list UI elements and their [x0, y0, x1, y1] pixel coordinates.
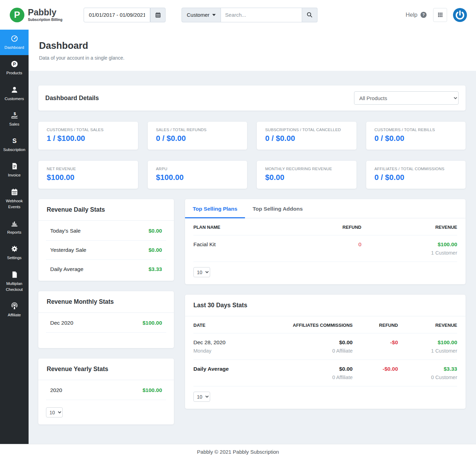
stat-label: NET REVENUE	[47, 167, 130, 171]
sidebar-item-multiplan-checkout[interactable]: Multiplan Checkout	[0, 266, 29, 297]
sidebar-item-label: Sales	[9, 121, 20, 127]
sidebar-item-sales[interactable]: $ Sales	[0, 106, 29, 132]
row-value: $0.00	[148, 228, 162, 234]
row-value: $3.33	[148, 266, 162, 272]
sidebar-item-subscription[interactable]: S Subscription	[0, 132, 29, 157]
daily-stats-row: Yesterday Sale $0.00	[46, 241, 166, 260]
sidebar-item-label: Multiplan Checkout	[2, 281, 27, 293]
apps-grid-button[interactable]	[433, 8, 447, 22]
sidebar-item-label: Webhook Events	[2, 198, 27, 210]
table-header-row: DATE AFFILIATES COMMISSIONS REFUND REVEN…	[193, 316, 457, 333]
last-30-days-page-size-select[interactable]: 10	[193, 392, 210, 402]
pabbly-logo-icon: P	[10, 8, 24, 22]
sidebar-item-products[interactable]: P Products	[0, 55, 29, 81]
col-header-plan-name: PLAN NAME	[193, 225, 304, 230]
sidebar-item-label: Subscription	[3, 147, 25, 153]
products-icon: P	[10, 60, 18, 68]
stat-value: 0 / $0.00	[375, 134, 458, 143]
commissions-affiliates: 0 Affiliate	[248, 348, 353, 354]
brand-logo[interactable]: P Pabbly Subscription Billing	[10, 8, 84, 22]
revenue-cell: $3.33 0 Customer	[398, 366, 457, 380]
date-value: Dec 28, 2020	[193, 339, 248, 346]
dashboard-details-card: Dashboard Details All Products	[38, 85, 466, 111]
row-label: 2020	[50, 387, 62, 393]
top-selling-page-size-select[interactable]: 10	[193, 267, 210, 277]
sidebar-item-settings[interactable]: Settings	[0, 240, 29, 265]
calendar-button[interactable]	[150, 8, 166, 22]
top-navbar: P Pabbly Subscription Billing Customer	[0, 0, 476, 30]
customers-icon	[10, 86, 18, 94]
invoice-icon	[10, 162, 18, 170]
stat-label: MONTHLY RECURRING REVENUE	[265, 167, 348, 171]
commissions-cell: $0.00 0 Affiliate	[248, 366, 353, 380]
sidebar-item-label: Customers	[5, 96, 24, 102]
date-value: Daily Average	[193, 366, 248, 372]
revenue-cell: $100.00 1 Customer	[398, 339, 457, 354]
page-header: Dashboard Data of your account in a sing…	[29, 30, 476, 71]
top-selling-card: Top Selling Plans Top Selling Addons PLA…	[185, 199, 466, 284]
stat-value: $100.00	[47, 173, 130, 182]
stat-value: 0 / $0.00	[375, 173, 458, 182]
stat-card-customers-total-rebills: CUSTOMERS / TOTAL REBILLS 0 / $0.00	[366, 122, 466, 150]
daily-stats-row: Today's Sale $0.00	[46, 221, 166, 241]
yearly-page-size-select[interactable]: 10	[46, 407, 63, 417]
stat-card-monthly-recurring-revenue: MONTHLY RECURRING REVENUE $0.00	[257, 161, 356, 189]
row-label: Today's Sale	[50, 228, 80, 234]
calendar-icon	[155, 12, 161, 18]
tab-top-selling-plans[interactable]: Top Selling Plans	[185, 199, 245, 218]
svg-text:P: P	[13, 62, 16, 67]
multiplan-checkout-icon	[10, 271, 18, 279]
settings-icon	[10, 245, 18, 253]
reports-icon	[10, 219, 18, 227]
sidebar-item-invoice[interactable]: Invoice	[0, 157, 29, 183]
sidebar-item-label: Dashboard	[5, 45, 24, 51]
search-icon	[306, 12, 313, 18]
revenue-customers: 0 Customer	[398, 375, 457, 380]
logout-power-button[interactable]	[453, 8, 467, 22]
col-header-revenue: REVENUE	[398, 323, 457, 328]
stat-card-net-revenue: NET REVENUE $100.00	[38, 161, 138, 189]
search-type-dropdown[interactable]: Customer	[182, 8, 221, 22]
caret-down-icon	[212, 14, 216, 16]
row-value: $100.00	[143, 320, 162, 326]
commissions-cell: $0.00 0 Affiliate	[248, 339, 353, 354]
yearly-stats-row: 2020 $100.00	[46, 381, 166, 400]
svg-text:?: ?	[422, 13, 425, 17]
sidebar-item-label: Affiliate	[8, 312, 21, 318]
svg-text:$: $	[14, 111, 16, 115]
sidebar-item-dashboard[interactable]: Dashboard	[0, 30, 29, 55]
stat-label: SALES / TOTAL REFUNDS	[156, 128, 239, 132]
tab-top-selling-addons[interactable]: Top Selling Addons	[245, 199, 310, 218]
footer-text: Pabbly © 2021 Pabbly Subscription	[197, 449, 279, 455]
commissions-affiliates: 0 Affiliate	[248, 375, 353, 380]
sidebar-item-webhook-events[interactable]: Webhook Events	[0, 183, 29, 215]
revenue-amount: $100.00	[361, 241, 457, 248]
sidebar-item-reports[interactable]: Reports	[0, 214, 29, 240]
table-row: Facial Kit 0 $100.00 1 Customer	[193, 235, 457, 262]
top-selling-plans-table: PLAN NAME REFUND REVENUE Facial Kit 0 $1…	[185, 218, 466, 284]
stat-value: 0 / $0.00	[156, 134, 239, 143]
stat-label: ARPU	[156, 167, 239, 171]
sidebar-item-customers[interactable]: Customers	[0, 81, 29, 106]
brand-name: Pabbly	[28, 8, 62, 17]
stat-label: AFFILIATES / TOTAL COMMISSIONS	[375, 167, 458, 171]
stat-value: $100.00	[156, 173, 239, 182]
stat-label: SUBSCRIPTIONS / TOTAL CANCELLED	[265, 128, 348, 132]
revenue-yearly-stats-card: Revenue Yearly Stats 2020 $100.00 10	[38, 359, 174, 424]
sidebar-item-affiliate[interactable]: Affiliate	[0, 297, 29, 323]
refund-cell: -$0	[353, 339, 398, 354]
search-button[interactable]	[302, 8, 317, 22]
sales-icon: $	[10, 111, 18, 119]
brand-tagline: Subscription Billing	[28, 17, 62, 22]
revenue-customers: 1 Customer	[398, 348, 457, 354]
help-link[interactable]: Help ?	[406, 11, 427, 18]
revenue-monthly-stats-card: Revenue Monthly Stats Dec 2020 $100.00	[38, 291, 174, 348]
revenue-daily-stats-title: Revenue Daily Stats	[38, 199, 174, 221]
subscription-icon: S	[10, 137, 18, 145]
table-row: Dec 28, 2020 Monday $0.00 0 Affiliate -$…	[193, 333, 457, 360]
revenue-monthly-stats-title: Revenue Monthly Stats	[38, 291, 174, 313]
date-range-input[interactable]	[84, 8, 150, 22]
product-filter-select[interactable]: All Products	[354, 91, 459, 105]
col-header-refund: REFUND	[353, 323, 398, 328]
search-input[interactable]	[221, 8, 302, 22]
